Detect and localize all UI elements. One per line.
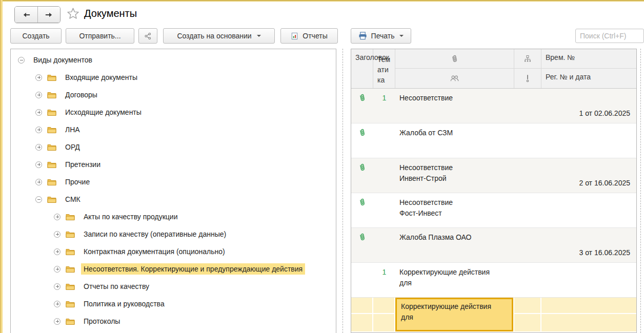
title-column-header[interactable]: Заголовок	[351, 49, 373, 88]
folder-icon	[66, 248, 75, 255]
tree-item-label: Прочие	[63, 176, 92, 188]
attachment-cell	[351, 193, 373, 227]
tree-item-label: Претензии	[63, 159, 103, 170]
expand-icon[interactable]	[54, 266, 61, 273]
tree-item[interactable]: Прочие	[11, 173, 336, 191]
reg-cell	[541, 263, 636, 297]
tree-item[interactable]: Входящие документы	[11, 69, 336, 86]
tree-item[interactable]: Договоры	[11, 86, 336, 103]
expand-icon[interactable]	[54, 318, 61, 325]
document-title: Корректирующие действия	[399, 268, 490, 276]
table-row[interactable]: 1 Корректирующие действиядля	[351, 263, 636, 298]
tree-item[interactable]: ЛНА	[11, 121, 336, 138]
document-title: Корректирующие действия	[401, 302, 491, 310]
tree-item[interactable]: Акты по качеству продукции	[11, 208, 336, 225]
topic-column-header[interactable]: Тематика	[373, 49, 395, 88]
folder-icon	[66, 300, 75, 307]
expand-icon[interactable]	[35, 179, 42, 185]
tree-item[interactable]: Записи по качеству (оперативные данные)	[11, 225, 336, 243]
folder-icon	[47, 196, 56, 203]
tree-item[interactable]: ОРД	[11, 138, 336, 156]
table-row[interactable]: НесоответствиеФост-Инвест	[351, 193, 636, 228]
title-cell: Жалоба от СЗМ	[395, 123, 514, 158]
attachment-cell	[351, 158, 373, 193]
tree-item[interactable]: Контрактная документация (опционально)	[11, 243, 336, 260]
expand-icon[interactable]	[54, 248, 61, 255]
topic-cell	[514, 123, 541, 158]
table-row-editing[interactable]: Корректирующие действия для	[351, 298, 636, 331]
title-cell: НесоответствиеФост-Инвест	[395, 193, 514, 227]
attachment-column-header[interactable]	[395, 49, 514, 69]
table-row[interactable]: 1 Несоответствие 1 от 02.06.2025	[351, 89, 636, 123]
tree-item-label: Несоответствия. Корректирующие и предупр…	[81, 263, 305, 275]
expand-icon[interactable]	[54, 231, 61, 238]
send-button[interactable]: Отправить...	[66, 28, 134, 44]
paperclip-icon	[358, 163, 366, 193]
title-cell-active[interactable]: Корректирующие действия для	[395, 298, 514, 331]
search-input[interactable]	[575, 29, 644, 43]
importance-column-header[interactable]	[514, 69, 541, 88]
tree-item[interactable]: Протоколы	[11, 313, 336, 330]
hierarchy-cell	[373, 123, 395, 158]
hierarchy-cell	[373, 298, 395, 331]
topic-cell	[514, 298, 541, 331]
hierarchy-count: 1	[373, 89, 395, 102]
expand-icon[interactable]	[54, 214, 61, 220]
tree-item[interactable]: Отчеты по качеству	[11, 278, 336, 295]
tree-item-root[interactable]: Виды документов	[11, 51, 336, 69]
expand-icon[interactable]	[54, 283, 61, 290]
tree-item[interactable]: Исходящие документы	[11, 103, 336, 121]
share-button[interactable]	[138, 28, 157, 44]
tree-item-smk[interactable]: СМК	[11, 191, 336, 208]
folder-icon	[47, 126, 56, 133]
expand-icon[interactable]	[35, 92, 42, 98]
title-cell: Жалоба Плазма ОАО	[395, 228, 514, 262]
expand-icon[interactable]	[35, 74, 42, 81]
page-title: Документы	[84, 8, 137, 19]
hierarchy-cell: 1	[373, 89, 395, 123]
print-button[interactable]: Печать	[351, 28, 411, 44]
table-row[interactable]: НесоответствиеИнвент-Строй 2 от 16.06.20…	[351, 158, 636, 193]
tree-item[interactable]: Политика и руководства	[11, 295, 336, 313]
forward-button[interactable]	[37, 7, 60, 23]
attachment-cell	[351, 263, 373, 297]
paperclip-icon	[358, 233, 366, 262]
reg-number-column-header[interactable]: Рег. № и дата	[541, 69, 636, 88]
create-button[interactable]: Создать	[10, 28, 62, 44]
hierarchy-column-header[interactable]	[514, 49, 541, 69]
panel-splitter[interactable]	[343, 49, 343, 333]
temp-number-column-header[interactable]: Врем. №	[541, 49, 636, 69]
active-edit-cell[interactable]: Корректирующие действия для	[395, 298, 513, 331]
expand-icon[interactable]	[35, 144, 42, 151]
tree-item-label: Исходящие документы	[63, 107, 144, 118]
report-chart-icon	[291, 32, 298, 40]
table-row[interactable]: Жалоба Плазма ОАО 3 от 16.06.2025	[351, 228, 636, 263]
paperclip-icon	[358, 93, 366, 123]
people-icon	[450, 75, 459, 82]
table-row[interactable]: Жалоба от СЗМ	[351, 123, 636, 158]
expand-icon[interactable]	[35, 161, 42, 168]
attachment-cell	[351, 298, 373, 331]
reg-cell	[541, 298, 636, 331]
tree-item-selected[interactable]: Несоответствия. Корректирующие и предупр…	[11, 260, 336, 278]
folder-icon	[47, 74, 56, 81]
tree-item[interactable]: Претензии	[11, 156, 336, 173]
collapse-icon[interactable]	[35, 196, 42, 203]
members-column-header[interactable]	[395, 69, 514, 88]
right-splitter[interactable]	[640, 49, 641, 333]
table-header: Заголовок Тематика Врем. №	[351, 49, 636, 89]
collapse-icon[interactable]	[18, 57, 25, 64]
tree-item-label: Договоры	[63, 89, 100, 100]
back-button[interactable]	[15, 7, 37, 23]
send-button-label: Отправить...	[79, 32, 120, 40]
expand-icon[interactable]	[35, 127, 42, 133]
reports-button[interactable]: Отчеты	[280, 28, 338, 44]
exclamation-icon	[526, 74, 530, 82]
create-based-on-button[interactable]: Создать на основании	[163, 28, 275, 44]
hierarchy-count: 1	[373, 263, 395, 276]
expand-icon[interactable]	[35, 109, 42, 116]
chevron-down-icon	[257, 35, 261, 37]
expand-icon[interactable]	[54, 301, 61, 307]
favorite-star-icon[interactable]	[66, 7, 80, 23]
topic-column-label: Тематика	[377, 54, 391, 85]
